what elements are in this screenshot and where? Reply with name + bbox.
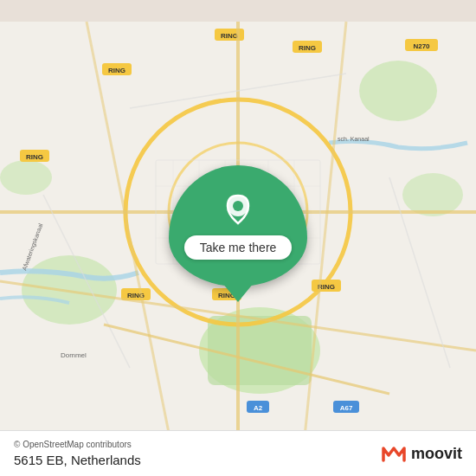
svg-text:Dommel: Dommel — [61, 351, 87, 359]
svg-text:N270: N270 — [413, 42, 430, 50]
svg-text:RING: RING — [221, 32, 238, 40]
location-bubble: Take me there — [169, 165, 307, 286]
svg-point-4 — [402, 173, 463, 216]
svg-text:A67: A67 — [340, 404, 353, 412]
svg-text:sch. Kanaal: sch. Kanaal — [338, 136, 370, 142]
moovit-brand-icon — [380, 440, 408, 467]
svg-point-51 — [233, 201, 243, 211]
osm-credit: © OpenStreetMap contributors — [14, 440, 141, 449]
svg-point-3 — [359, 61, 437, 121]
map-container: RING RING RING RING RING RING RING N270 … — [0, 0, 476, 476]
svg-text:A2: A2 — [254, 404, 263, 412]
popup-container: Take me there — [169, 165, 307, 286]
svg-text:RING: RING — [26, 153, 43, 161]
svg-text:RING: RING — [108, 67, 125, 74]
bottom-bar: © OpenStreetMap contributors 5615 EB, Ne… — [0, 430, 476, 476]
bottom-left: © OpenStreetMap contributors 5615 EB, Ne… — [14, 440, 141, 467]
moovit-logo: moovit — [380, 440, 462, 467]
take-me-there-button[interactable]: Take me there — [184, 235, 293, 260]
svg-text:RING: RING — [299, 44, 316, 52]
location-pin-icon — [221, 192, 255, 227]
svg-rect-6 — [208, 316, 312, 385]
svg-point-5 — [0, 160, 52, 195]
moovit-brand-text: moovit — [411, 445, 462, 463]
location-label: 5615 EB, Netherlands — [14, 453, 141, 467]
